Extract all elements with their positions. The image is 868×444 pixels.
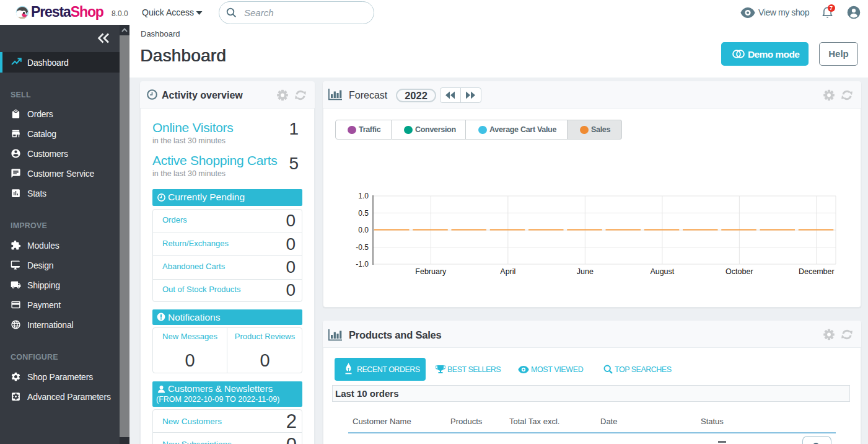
svg-text:October: October: [726, 267, 753, 276]
svg-text:-0.5: -0.5: [356, 243, 369, 252]
svg-text:-1.0: -1.0: [356, 260, 369, 269]
svg-text:February: February: [415, 267, 447, 276]
svg-text:1.0: 1.0: [358, 192, 369, 200]
svg-text:0.5: 0.5: [358, 209, 369, 218]
svg-text:December: December: [799, 267, 835, 276]
svg-text:June: June: [577, 267, 594, 276]
svg-text:0.0: 0.0: [358, 226, 369, 234]
svg-text:August: August: [650, 267, 674, 276]
svg-text:April: April: [500, 267, 515, 276]
